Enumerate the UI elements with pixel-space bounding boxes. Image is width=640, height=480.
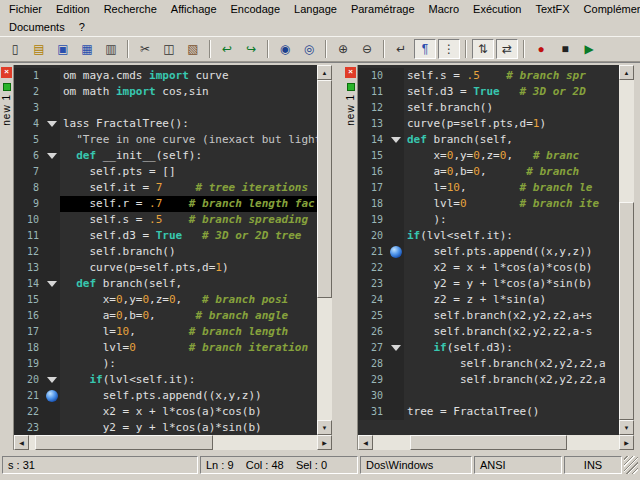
replace-button[interactable]: ◎ xyxy=(298,39,320,59)
marker-margin[interactable] xyxy=(44,276,60,292)
marker-margin[interactable] xyxy=(388,180,404,196)
menu-edition[interactable]: Edition xyxy=(49,1,97,17)
marker-margin[interactable] xyxy=(388,244,404,260)
tab-new-1[interactable]: new 1 xyxy=(1,81,12,126)
marker-margin[interactable] xyxy=(388,84,404,100)
stop-macro-button[interactable]: ■ xyxy=(554,39,576,59)
menu-documents[interactable]: Documents xyxy=(2,19,72,35)
marker-margin[interactable] xyxy=(44,196,60,212)
close-icon[interactable]: × xyxy=(1,67,12,78)
word-wrap-button[interactable]: ↵ xyxy=(390,39,412,59)
code-area[interactable]: 10self.s = .5 # branch spr11self.d3 = Tr… xyxy=(358,65,619,435)
print-button[interactable]: ▥ xyxy=(100,39,122,59)
sync-vertical-scroll-button[interactable]: ⇅ xyxy=(472,39,494,59)
open-folder-button[interactable]: ▤ xyxy=(28,39,50,59)
save-all-button[interactable]: ▦ xyxy=(76,39,98,59)
marker-margin[interactable] xyxy=(44,68,60,84)
scroll-right-icon[interactable]: ▶ xyxy=(619,435,634,450)
cut-button[interactable]: ✂ xyxy=(134,39,156,59)
marker-margin[interactable] xyxy=(388,68,404,84)
marker-margin[interactable] xyxy=(388,212,404,228)
fold-collapse-icon[interactable] xyxy=(47,377,57,383)
marker-margin[interactable] xyxy=(388,388,404,404)
fold-collapse-icon[interactable] xyxy=(391,137,401,143)
marker-margin[interactable] xyxy=(388,132,404,148)
zoom-in-button[interactable]: ⊕ xyxy=(332,39,354,59)
marker-margin[interactable] xyxy=(388,260,404,276)
zoom-out-button[interactable]: ⊖ xyxy=(356,39,378,59)
marker-margin[interactable] xyxy=(388,164,404,180)
horizontal-scrollbar[interactable]: ◀▶ xyxy=(14,435,332,450)
marker-margin[interactable] xyxy=(388,404,404,420)
menu-fichier[interactable]: Fichier xyxy=(2,1,49,17)
marker-margin[interactable] xyxy=(388,340,404,356)
horizontal-scroll-thumb[interactable] xyxy=(410,435,567,450)
marker-margin[interactable] xyxy=(44,356,60,372)
marker-margin[interactable] xyxy=(44,404,60,420)
marker-margin[interactable] xyxy=(44,164,60,180)
marker-margin[interactable] xyxy=(44,340,60,356)
copy-button[interactable]: ◫ xyxy=(158,39,180,59)
marker-margin[interactable] xyxy=(388,100,404,116)
marker-margin[interactable] xyxy=(44,308,60,324)
scroll-down-icon[interactable]: ▼ xyxy=(619,420,634,435)
code-area[interactable]: 1om maya.cmds import curve2om math impor… xyxy=(14,65,317,435)
marker-margin[interactable] xyxy=(44,148,60,164)
vertical-scroll-thumb[interactable] xyxy=(619,202,634,420)
marker-margin[interactable] xyxy=(44,132,60,148)
marker-margin[interactable] xyxy=(44,228,60,244)
marker-margin[interactable] xyxy=(44,212,60,228)
menu-textfx[interactable]: TextFX xyxy=(528,1,576,17)
marker-margin[interactable] xyxy=(44,116,60,132)
marker-margin[interactable] xyxy=(44,84,60,100)
horizontal-scrollbar[interactable]: ◀▶ xyxy=(358,435,634,450)
marker-margin[interactable] xyxy=(388,116,404,132)
horizontal-scroll-thumb[interactable] xyxy=(35,435,214,450)
save-button[interactable]: ▣ xyxy=(52,39,74,59)
menu-macro[interactable]: Macro xyxy=(422,1,467,17)
marker-margin[interactable] xyxy=(388,228,404,244)
scroll-left-icon[interactable]: ◀ xyxy=(358,435,373,450)
marker-margin[interactable] xyxy=(388,356,404,372)
show-all-chars-button[interactable]: ¶ xyxy=(414,39,436,59)
vertical-scrollbar[interactable]: ▲▼ xyxy=(317,65,332,435)
marker-margin[interactable] xyxy=(388,196,404,212)
scroll-left-icon[interactable]: ◀ xyxy=(14,435,29,450)
marker-margin[interactable] xyxy=(388,276,404,292)
marker-margin[interactable] xyxy=(44,324,60,340)
scroll-down-icon[interactable]: ▼ xyxy=(317,420,332,435)
fold-collapse-icon[interactable] xyxy=(47,121,57,127)
marker-margin[interactable] xyxy=(388,324,404,340)
redo-button[interactable]: ↪ xyxy=(240,39,262,59)
menu-compl-ments[interactable]: Compléments xyxy=(577,1,640,17)
indent-guide-button[interactable]: ⋮ xyxy=(438,39,460,59)
split-handle[interactable] xyxy=(332,65,344,450)
paste-button[interactable]: ▧ xyxy=(182,39,204,59)
sync-horizontal-scroll-button[interactable]: ⇄ xyxy=(496,39,518,59)
menu-langage[interactable]: Langage xyxy=(287,1,344,17)
scroll-up-icon[interactable]: ▲ xyxy=(317,65,332,80)
menu-param-trage[interactable]: Paramétrage xyxy=(344,1,422,17)
marker-margin[interactable] xyxy=(44,244,60,260)
tab-new-1[interactable]: new 1 xyxy=(345,81,356,126)
resize-grip[interactable] xyxy=(624,456,638,474)
menu-ex-cution[interactable]: Exécution xyxy=(466,1,528,17)
find-button[interactable]: ◉ xyxy=(274,39,296,59)
marker-margin[interactable] xyxy=(44,100,60,116)
play-macro-button[interactable]: ▶ xyxy=(578,39,600,59)
undo-button[interactable]: ↩ xyxy=(216,39,238,59)
new-file-button[interactable]: ▯ xyxy=(4,39,26,59)
marker-margin[interactable] xyxy=(44,260,60,276)
fold-collapse-icon[interactable] xyxy=(391,345,401,351)
fold-collapse-icon[interactable] xyxy=(47,153,57,159)
marker-margin[interactable] xyxy=(44,372,60,388)
marker-margin[interactable] xyxy=(44,180,60,196)
scroll-right-icon[interactable]: ▶ xyxy=(317,435,332,450)
fold-collapse-icon[interactable] xyxy=(47,281,57,287)
record-macro-button[interactable]: ● xyxy=(530,39,552,59)
marker-margin[interactable] xyxy=(44,292,60,308)
marker-margin[interactable] xyxy=(388,292,404,308)
marker-margin[interactable] xyxy=(388,148,404,164)
vertical-scroll-thumb[interactable] xyxy=(317,80,332,298)
marker-margin[interactable] xyxy=(44,388,60,404)
